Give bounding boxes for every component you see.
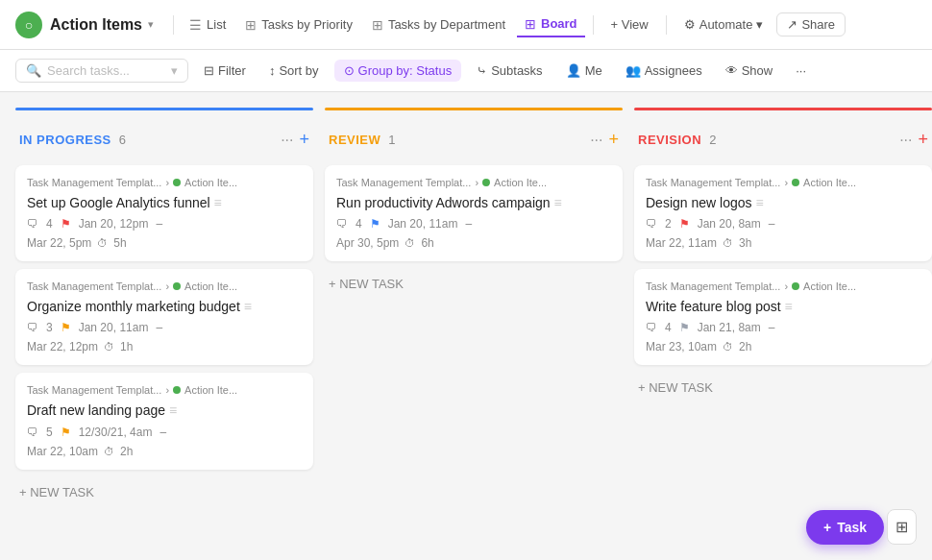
comment-count: 4 — [356, 217, 362, 231]
card-badge: Action Ite... — [803, 280, 856, 292]
card-meta: Task Management Templat... › Action Ite.… — [27, 177, 302, 188]
card-in-progress-1[interactable]: Task Management Templat... › Action Ite.… — [15, 269, 313, 365]
card-status-dot — [482, 179, 490, 186]
time-icon: ⏱ — [97, 237, 108, 249]
card-title: Run productivity Adwords campaign ≡ — [336, 194, 611, 211]
dash: – — [156, 217, 162, 231]
me-icon: 👤 — [566, 63, 581, 78]
comment-count: 4 — [46, 217, 53, 231]
bottom-date: Mar 22, 5pm — [27, 236, 91, 250]
subtasks-button[interactable]: ⤷ Subtasks — [469, 60, 550, 82]
col-count-review: 1 — [388, 133, 395, 147]
subtasks-icon: ⤷ — [477, 63, 487, 78]
priority-flag-icon: ⚑ — [61, 217, 71, 231]
card-time: 1h — [120, 340, 133, 353]
comment-icon: 🗨 — [27, 321, 38, 334]
col-header-review: REVIEW 1 ··· + — [325, 122, 623, 158]
view-toggle-button[interactable]: ⊞ — [887, 509, 917, 545]
col-title-in-progress: IN PROGRESS — [19, 133, 111, 147]
nav-board-label: Board — [541, 16, 577, 31]
automate-label: Automate — [699, 17, 753, 32]
new-task-review[interactable]: + NEW TASK — [325, 269, 623, 299]
nav-priority[interactable]: ⊞ Tasks by Priority — [237, 13, 360, 37]
comment-count: 3 — [46, 321, 53, 334]
card-review-0[interactable]: Task Management Templat... › Action Ite.… — [325, 165, 623, 261]
card-badge: Action Ite... — [184, 280, 237, 292]
card-revision-0[interactable]: Task Management Templat... › Action Ite.… — [634, 165, 932, 261]
col-count-in-progress: 6 — [119, 133, 126, 147]
card-template: Task Management Templat... — [646, 280, 780, 292]
sort-label: Sort by — [279, 63, 318, 78]
col-title-review: REVIEW — [329, 133, 380, 147]
dash: – — [465, 217, 472, 231]
comment-count: 2 — [665, 217, 672, 231]
filter-button[interactable]: ⊟ Filter — [196, 60, 254, 82]
card-status-dot — [173, 282, 181, 290]
fab-plus-icon: + — [823, 520, 831, 535]
nav-list[interactable]: ☰ List — [182, 13, 233, 37]
filter-label: Filter — [218, 63, 246, 78]
priority-flag-icon: ⚑ — [61, 321, 71, 334]
col-status-bar-in-progress — [15, 108, 313, 110]
me-label: Me — [585, 63, 602, 78]
time-icon: ⏱ — [104, 446, 114, 457]
priority-icon: ⊞ — [245, 17, 257, 33]
card-template: Task Management Templat... — [646, 177, 780, 188]
fab-label: Task — [837, 520, 867, 535]
time-icon: ⏱ — [104, 341, 114, 353]
nav-department[interactable]: ⊞ Tasks by Department — [364, 13, 513, 37]
nav-priority-label: Tasks by Priority — [261, 17, 353, 32]
card-details: 🗨 5 ⚑ 12/30/21, 4am – — [27, 426, 302, 439]
new-task-fab[interactable]: + Task — [806, 510, 884, 545]
col-status-bar-review — [325, 108, 623, 110]
nav-department-label: Tasks by Department — [388, 17, 505, 32]
card-details: 🗨 4 ⚑ Jan 20, 11am – — [336, 217, 611, 231]
sort-button[interactable]: ↕ Sort by — [261, 60, 327, 82]
card-bottom: Apr 30, 5pm ⏱ 6h — [336, 236, 611, 250]
nav-board[interactable]: ⊞ Board — [517, 12, 585, 37]
share-label: Share — [801, 17, 835, 32]
card-badge: Action Ite... — [184, 384, 237, 396]
card-in-progress-2[interactable]: Task Management Templat... › Action Ite.… — [15, 373, 313, 469]
card-title: Organize monthly marketing budget ≡ — [27, 298, 302, 315]
card-revision-1[interactable]: Task Management Templat... › Action Ite.… — [634, 269, 932, 365]
me-button[interactable]: 👤 Me — [558, 60, 610, 82]
dash: – — [156, 321, 162, 334]
group-by-button[interactable]: ⊙ Group by: Status — [334, 60, 462, 82]
col-header-revision: REVISION 2 ··· + — [634, 122, 932, 158]
col-add-revision[interactable]: + — [918, 130, 928, 150]
automate-button[interactable]: ⚙ Automate ▾ — [674, 13, 773, 36]
col-add-in-progress[interactable]: + — [299, 130, 309, 150]
comment-icon: 🗨 — [336, 217, 348, 231]
column-revision: REVISION 2 ··· + Task Management Templat… — [634, 108, 932, 545]
col-options-review[interactable]: ··· — [590, 132, 602, 149]
add-view-button[interactable]: + View — [601, 13, 658, 36]
assignees-button[interactable]: 👥 Assignees — [618, 60, 710, 82]
col-header-in-progress: IN PROGRESS 6 ··· + — [15, 122, 313, 158]
show-button[interactable]: 👁 Show — [718, 60, 781, 82]
sort-icon: ↕ — [269, 63, 276, 78]
filter-icon: ⊟ — [204, 63, 214, 78]
col-options-in-progress[interactable]: ··· — [281, 132, 293, 149]
more-icon: ··· — [796, 63, 806, 78]
search-box[interactable]: 🔍 Search tasks... ▾ — [15, 59, 188, 83]
card-template: Task Management Templat... — [336, 177, 471, 188]
new-task-revision[interactable]: + NEW TASK — [634, 373, 932, 402]
more-button[interactable]: ··· — [788, 60, 814, 82]
list-icon: ☰ — [189, 17, 202, 33]
card-date: 12/30/21, 4am — [79, 426, 153, 439]
share-icon: ↗ — [787, 17, 797, 32]
card-meta: Task Management Templat... › Action Ite.… — [336, 177, 611, 188]
card-template: Task Management Templat... — [27, 384, 161, 396]
col-add-review[interactable]: + — [608, 130, 619, 150]
share-button[interactable]: ↗ Share — [776, 12, 846, 37]
col-options-revision[interactable]: ··· — [899, 132, 912, 149]
card-date: Jan 21, 8am — [698, 321, 761, 334]
title-chevron-icon[interactable]: ▾ — [148, 18, 154, 31]
assignees-label: Assignees — [645, 63, 702, 78]
card-in-progress-0[interactable]: Task Management Templat... › Action Ite.… — [15, 165, 313, 261]
card-bottom: Mar 23, 10am ⏱ 2h — [646, 340, 920, 353]
add-view-label: + View — [611, 17, 649, 32]
board-icon: ⊞ — [525, 16, 536, 32]
new-task-in-progress[interactable]: + NEW TASK — [15, 477, 313, 507]
